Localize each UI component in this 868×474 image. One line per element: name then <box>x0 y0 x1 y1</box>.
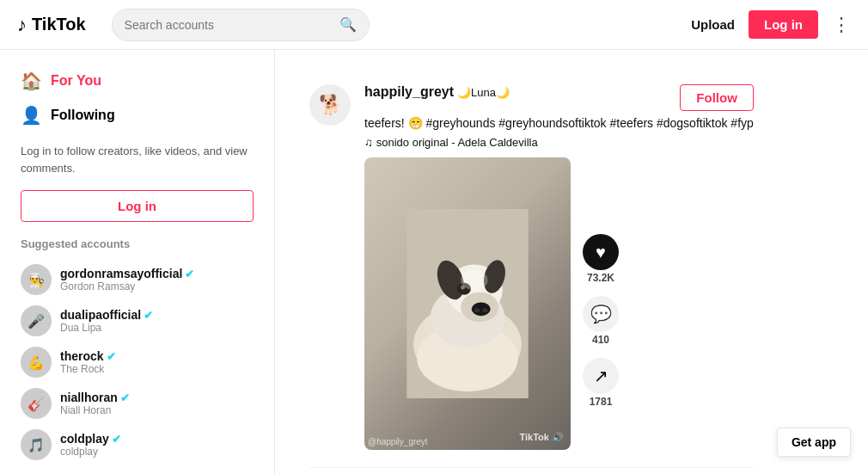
more-options-button[interactable]: ⋮ <box>832 14 851 36</box>
logo[interactable]: ♪ TikTok <box>17 14 86 36</box>
suggested-account-dualipa[interactable]: 🎤 dualipaofficial ✔ Dua Lipa <box>21 300 254 342</box>
like-action[interactable]: ♥ 73.2K <box>583 234 619 284</box>
login-prompt-text: Log in to follow creators, like videos, … <box>21 143 254 176</box>
verified-badge: ✔ <box>112 433 121 446</box>
video-card-2: 🎵 bts_official_bighit ✔ BTS <box>309 468 754 474</box>
video-username-1[interactable]: happily_greyt 🌙Luna🌙 <box>364 84 510 100</box>
login-button[interactable]: Log in <box>749 10 818 39</box>
suggested-account-therock[interactable]: 💪 therock ✔ The Rock <box>21 342 254 383</box>
sidebar-item-for-you[interactable]: 🏠 For You <box>21 64 254 98</box>
account-info-gordonramsay: gordonramsayofficial ✔ Gordon Ramsay <box>60 267 194 292</box>
comment-button[interactable]: 💬 <box>583 296 619 332</box>
following-icon: 👤 <box>21 105 42 126</box>
verified-badge: ✔ <box>185 268 194 280</box>
video-avatar-1[interactable]: 🐕 <box>309 84 351 126</box>
main-layout: 🏠 For You 👤 Following Log in to follow c… <box>0 50 868 474</box>
svg-point-8 <box>472 302 491 316</box>
comment-count: 410 <box>592 334 609 346</box>
sidebar-label-for-you: For You <box>51 73 101 89</box>
video-feed: 🐕 happily_greyt 🌙Luna🌙 Follow teefers! 😁… <box>275 50 788 474</box>
video-caption-1: teefers! 😁 #greyhounds #greyhoundsoftikt… <box>364 114 754 132</box>
verified-badge: ✔ <box>107 350 116 363</box>
tiktok-watermark: TikTok 🔊 <box>520 432 565 443</box>
avatar-dualipa: 🎤 <box>21 305 52 336</box>
suggested-accounts-list: 👨‍🍳 gordonramsayofficial ✔ Gordon Ramsay… <box>21 259 254 465</box>
avatar-therock: 💪 <box>21 347 52 378</box>
logo-text: TikTok <box>32 15 86 34</box>
search-bar[interactable]: 🔍 <box>112 9 370 41</box>
share-action[interactable]: ↗ 1781 <box>583 358 619 408</box>
video-user-info: happily_greyt 🌙Luna🌙 <box>364 84 510 100</box>
account-info-coldplay: coldplay ✔ coldplay <box>60 432 121 458</box>
video-content-1: happily_greyt 🌙Luna🌙 Follow teefers! 😁 #… <box>364 84 754 450</box>
video-actions-1: ♥ 73.2K 💬 410 ↗ 1781 <box>583 157 619 450</box>
video-user-tag: @happily_greyt <box>368 437 428 446</box>
share-button[interactable]: ↗ <box>583 358 619 394</box>
name-dualipa: Dua Lipa <box>60 322 153 334</box>
upload-button[interactable]: Upload <box>691 17 735 32</box>
video-sound-1: ♫ sonido original - Adela Caldevilla <box>364 136 754 149</box>
top-navigation: ♪ TikTok 🔍 Upload Log in ⋮ <box>0 0 868 50</box>
music-note-icon: ♫ <box>364 136 373 149</box>
suggested-account-gordonramsay[interactable]: 👨‍🍳 gordonramsayofficial ✔ Gordon Ramsay <box>21 259 254 300</box>
avatar-gordonramsay: 👨‍🍳 <box>21 264 52 295</box>
get-app-button[interactable]: Get app <box>777 428 851 457</box>
sidebar-label-following: Following <box>51 108 115 123</box>
username-coldplay: coldplay ✔ <box>60 432 121 446</box>
sidebar: 🏠 For You 👤 Following Log in to follow c… <box>0 50 275 474</box>
username-suffix: 🌙Luna🌙 <box>457 86 510 99</box>
avatar-coldplay: 🎵 <box>21 429 52 460</box>
like-count: 73.2K <box>587 272 614 284</box>
verified-badge: ✔ <box>120 391 130 404</box>
name-gordonramsay: Gordon Ramsay <box>60 280 194 292</box>
video-thumbnail-1[interactable]: TikTok 🔊 @happily_greyt <box>364 157 571 450</box>
suggested-accounts-title: Suggested accounts <box>21 237 254 250</box>
name-therock: The Rock <box>60 363 116 375</box>
account-info-therock: therock ✔ The Rock <box>60 349 116 375</box>
search-icon: 🔍 <box>339 16 357 33</box>
username-niallhoran: niallhoran ✔ <box>60 391 130 404</box>
share-count: 1781 <box>590 396 613 408</box>
search-input[interactable] <box>125 18 339 32</box>
tiktok-logo-icon: ♪ <box>17 14 27 36</box>
name-coldplay: coldplay <box>60 446 121 458</box>
avatar-niallhoran: 🎸 <box>21 388 52 419</box>
username-therock: therock ✔ <box>60 349 116 363</box>
nav-right: Upload Log in ⋮ <box>691 10 851 39</box>
account-info-dualipa: dualipaofficial ✔ Dua Lipa <box>60 308 153 334</box>
dog-illustration <box>390 209 545 398</box>
sidebar-item-following[interactable]: 👤 Following <box>21 98 254 132</box>
video-card-1: 🐕 happily_greyt 🌙Luna🌙 Follow teefers! 😁… <box>309 67 754 468</box>
suggested-account-coldplay[interactable]: 🎵 coldplay ✔ coldplay <box>21 424 254 465</box>
video-header-1: happily_greyt 🌙Luna🌙 Follow <box>364 84 754 111</box>
svg-point-10 <box>482 309 487 313</box>
comment-action[interactable]: 💬 410 <box>583 296 619 346</box>
svg-point-9 <box>474 309 480 313</box>
verified-badge: ✔ <box>144 309 153 322</box>
like-button[interactable]: ♥ <box>583 234 619 270</box>
username-dualipa: dualipaofficial ✔ <box>60 308 153 322</box>
sidebar-login-button[interactable]: Log in <box>21 190 254 222</box>
follow-button-1[interactable]: Follow <box>680 84 754 111</box>
suggested-account-niallhoran[interactable]: 🎸 niallhoran ✔ Niall Horan <box>21 383 254 424</box>
home-icon: 🏠 <box>21 71 42 91</box>
account-info-niallhoran: niallhoran ✔ Niall Horan <box>60 391 130 416</box>
svg-point-13 <box>461 270 487 291</box>
name-niallhoran: Niall Horan <box>60 404 130 416</box>
username-gordonramsay: gordonramsayofficial ✔ <box>60 267 194 280</box>
video-overlay-bottom: TikTok 🔊 <box>520 432 565 443</box>
